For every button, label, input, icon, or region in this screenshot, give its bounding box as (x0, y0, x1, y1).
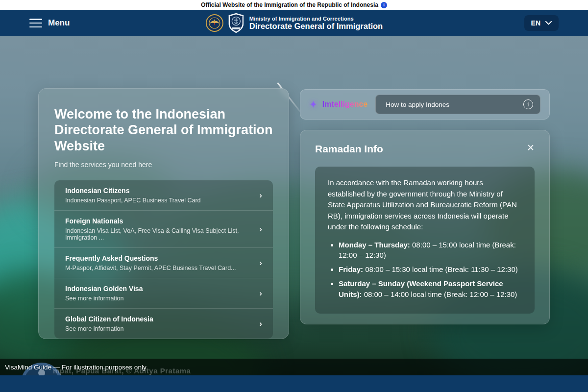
chevron-right-icon: › (259, 258, 262, 268)
schedule-hours: 08:00 – 15:30 local time (Break: 11:30 –… (363, 265, 518, 273)
chevron-right-icon: › (259, 289, 262, 298)
ministry-emblem-icon (205, 14, 224, 32)
immigration-shield-icon (228, 13, 245, 33)
directorate-name: Directorate General of Immigration (249, 22, 383, 31)
ai-search-input[interactable] (386, 101, 523, 108)
chevron-right-icon: › (259, 319, 262, 329)
welcome-title: Welcome to the Indonesian Directorate Ge… (54, 106, 273, 154)
schedule-item: Monday – Thursday: 08:00 – 15:00 local t… (339, 240, 522, 261)
ai-search-field[interactable]: i (375, 95, 540, 114)
logos (205, 13, 245, 33)
ministry-name: Ministry of Immigration and Corrections (249, 16, 383, 22)
hamburger-icon (29, 19, 42, 27)
schedule-day: Monday – Thursday: (339, 241, 410, 249)
service-item-global-citizen[interactable]: Global Citizen of Indonesia See more inf… (54, 308, 273, 339)
menu-button[interactable]: Menu (29, 18, 70, 28)
service-description: Indonesian Visa List, VoA, Free Visa & C… (65, 227, 253, 241)
sparkle-icon: ✦ (309, 98, 318, 110)
official-strip: Official Website of the Immigration of t… (0, 0, 588, 10)
ramadan-schedule-list: Monday – Thursday: 08:00 – 15:00 local t… (339, 240, 522, 300)
ramadan-info-card: Ramadan Info ✕ In accordance with the Ra… (300, 130, 550, 324)
ramadan-panel: In accordance with the Ramadan working h… (315, 167, 535, 314)
schedule-hours: 08:00 – 14:00 local time (Break: 12:00 –… (362, 290, 517, 298)
welcome-subtitle: Find the services you need here (54, 161, 273, 169)
service-label: Global Citizen of Indonesia (65, 315, 253, 323)
service-label: Foreign Nationals (65, 217, 253, 225)
service-label: Frequently Asked Questions (65, 254, 253, 262)
illustration-note: VisaMind Guide — For illustration purpos… (5, 364, 147, 371)
site-brand: Ministry of Immigration and Corrections … (205, 13, 383, 33)
welcome-card: Welcome to the Indonesian Directorate Ge… (38, 88, 289, 339)
ramadan-title: Ramadan Info (315, 143, 527, 155)
info-circle-icon[interactable]: i (523, 99, 533, 109)
close-icon[interactable]: ✕ (527, 143, 535, 152)
service-description: See more information (65, 325, 253, 332)
service-item-foreign-nationals[interactable]: Foreign Nationals Indonesian Visa List, … (54, 210, 273, 247)
schedule-item: Saturday – Sunday (Weekend Passport Serv… (339, 278, 522, 300)
service-item-golden-visa[interactable]: Indonesian Golden Visa See more informat… (54, 278, 273, 308)
main-header: Menu Ministry of Immigration and Correct… (0, 10, 588, 36)
service-item-indonesian-citizens[interactable]: Indonesian Citizens Indonesian Passport,… (54, 180, 273, 210)
service-label: Indonesian Golden Visa (65, 285, 253, 293)
language-code: EN (531, 19, 540, 27)
chevron-down-icon (545, 21, 552, 25)
language-selector[interactable]: EN (524, 15, 559, 31)
services-list: Indonesian Citizens Indonesian Passport,… (54, 180, 273, 339)
footer-strip: mpat, Papua Barat, © Aditya Pratama Visa… (0, 359, 588, 375)
service-item-faq[interactable]: Frequently Asked Questions M-Paspor, Aff… (54, 247, 273, 278)
ramadan-body-text: In accordance with the Ramadan working h… (328, 177, 522, 233)
menu-label: Menu (48, 18, 70, 28)
service-description: M-Paspor, Affidavit, Stay Permit, APEC B… (65, 265, 253, 271)
service-label: Indonesian Citizens (65, 187, 253, 195)
brand-text: Ministry of Immigration and Corrections … (249, 16, 383, 31)
ai-assistant-bar: ✦ Imtelligence i (300, 89, 550, 120)
chevron-right-icon: › (259, 224, 262, 234)
info-icon[interactable]: i (381, 2, 387, 8)
schedule-item: Friday: 08:00 – 15:30 local time (Break:… (339, 264, 522, 275)
chevron-right-icon: › (259, 191, 262, 200)
service-description: Indonesian Passport, APEC Business Trave… (65, 197, 253, 204)
hero-section: Welcome to the Indonesian Directorate Ge… (0, 36, 588, 375)
schedule-day: Friday: (339, 265, 363, 273)
official-strip-text: Official Website of the Immigration of t… (201, 1, 378, 8)
service-description: See more information (65, 295, 253, 302)
ai-brand-label: Imtelligence (322, 100, 368, 109)
